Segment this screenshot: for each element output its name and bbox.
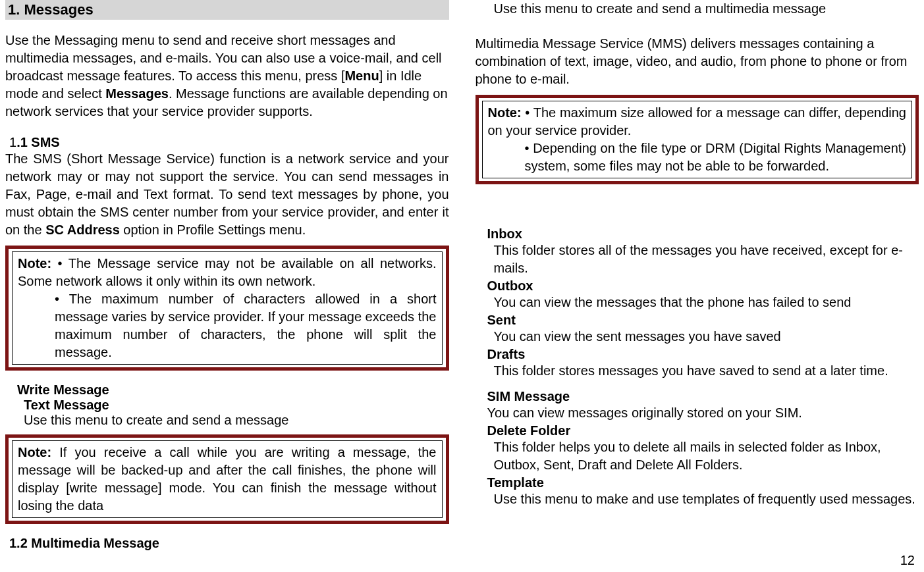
note-box-sms: Note: • The Message service may not be a… xyxy=(5,246,449,371)
folder-sim: SIM Message You can view messages origin… xyxy=(487,389,919,422)
note-box-call: Note: If you receive a call while you ar… xyxy=(5,434,449,524)
folder-template: Template Use this menu to make and use t… xyxy=(487,475,919,508)
write-message-heading: Write Message xyxy=(17,382,449,398)
note-label: Note: xyxy=(18,445,51,459)
folder-sent: Sent You can view the sent messages you … xyxy=(487,313,919,346)
menu-word: Menu xyxy=(344,68,379,83)
note-bullet-2: • The maximum number of characters allow… xyxy=(55,290,437,361)
right-column: Use this menu to create and send a multi… xyxy=(476,0,919,551)
sms-body: The SMS (Short Message Service) function… xyxy=(5,150,449,239)
note-box-mms: Note: • The maximum size allowed for a m… xyxy=(476,95,919,184)
sc-address: SC Address xyxy=(45,222,120,237)
note-bullet-2: • Depending on the file type or DRM (Dig… xyxy=(525,140,907,175)
mm-desc: Use this menu to create and send a multi… xyxy=(494,1,919,16)
text-message-desc: Use this menu to create and send a messa… xyxy=(24,413,449,428)
note-label: Note: xyxy=(18,256,51,271)
folder-outbox: Outbox You can view the messages that th… xyxy=(487,278,919,311)
folder-drafts: Drafts This folder stores messages you h… xyxy=(487,347,919,380)
text-message-heading: Text Message xyxy=(24,398,449,413)
mms-paragraph: Multimedia Message Service (MMS) deliver… xyxy=(476,35,919,88)
folder-inbox: Inbox This folder stores all of the mess… xyxy=(487,226,919,277)
page-number: 12 xyxy=(900,553,915,568)
folder-delete: Delete Folder This folder helps you to d… xyxy=(487,423,919,474)
note-label: Note: xyxy=(488,105,522,120)
left-column: 1. Messages Use the Messaging menu to se… xyxy=(5,0,449,551)
section-title-messages: 1. Messages xyxy=(5,0,449,20)
messages-word: Messages xyxy=(105,86,169,101)
sms-heading: 1.1 SMS xyxy=(9,135,449,150)
multimedia-message-heading: 1.2 Multimedia Message xyxy=(9,536,449,551)
intro-paragraph: Use the Messaging menu to send and recei… xyxy=(5,32,449,120)
